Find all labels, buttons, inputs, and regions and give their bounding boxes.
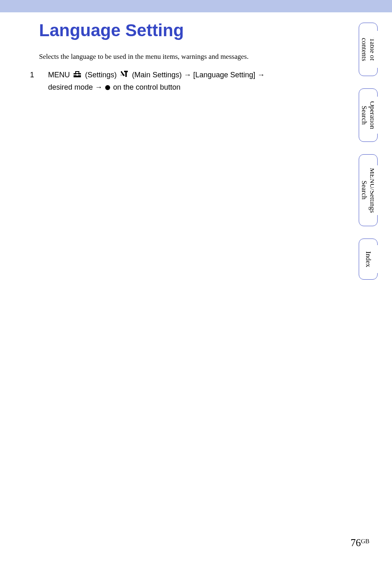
tab-label: Index [364, 251, 372, 267]
page-number: 76GB [350, 537, 369, 549]
svg-rect-1 [76, 72, 79, 74]
desired-mode-text: desired mode [48, 83, 93, 91]
tab-table-of-contents[interactable]: Table of contents [359, 23, 378, 76]
arrow-icon: → [95, 83, 102, 91]
settings-label: (Settings) [85, 71, 117, 79]
tab-label: MENU/Settings Search [360, 168, 376, 213]
tab-menu-settings-search[interactable]: MENU/Settings Search [359, 154, 378, 226]
tab-operation-search[interactable]: Operation Search [359, 88, 378, 142]
arrow-icon: → [184, 71, 191, 79]
svg-rect-4 [122, 72, 125, 76]
tab-label: Operation Search [360, 101, 376, 129]
step-number: 1 [39, 69, 48, 81]
language-setting-label: [Language Setting] [193, 71, 255, 79]
tab-label: Table of contents [360, 38, 376, 61]
page-title: Language Setting [39, 21, 337, 40]
side-nav-tabs: Table of contents Operation Search MENU/… [359, 23, 378, 280]
top-header-bar [0, 0, 392, 12]
instruction-steps: 1MENU → (Settings) → (Ma [39, 69, 337, 93]
main-settings-label: (Main Settings) [132, 71, 182, 79]
menu-text: MENU [48, 71, 70, 79]
page-description: Selects the language to be used in the m… [39, 53, 337, 61]
on-control-text: on the control button [113, 83, 180, 91]
svg-rect-3 [76, 74, 78, 76]
dot-icon [105, 85, 110, 90]
page-num-value: 76 [350, 537, 361, 548]
svg-rect-6 [125, 71, 127, 77]
page-suffix: GB [361, 538, 369, 544]
arrow-icon: → [257, 71, 265, 79]
step-line-1: 1MENU → (Settings) → (Ma [39, 69, 337, 81]
main-content: Language Setting Selects the language to… [39, 21, 337, 93]
tab-index[interactable]: Index [359, 239, 378, 280]
step-line-2: desired mode → on the control button [39, 81, 337, 93]
